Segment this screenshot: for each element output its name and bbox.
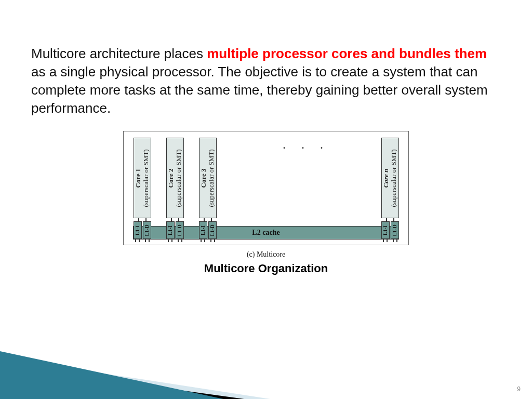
core-group-1: Core 1(superscalar or SMT) L1-I L1-D xyxy=(133,138,151,242)
core-name: Core 3 xyxy=(200,149,208,207)
core-type: (superscalar or SMT) xyxy=(175,149,183,207)
l1d-cache: L1-D xyxy=(208,221,217,239)
core-group-3: Core 3(superscalar or SMT) L1-I L1-D xyxy=(198,138,217,242)
slide-corner-decoration xyxy=(0,326,270,399)
l1i-cache: L1-I xyxy=(166,221,175,239)
para-segment-2: as a single physical processor. The obje… xyxy=(31,64,488,116)
core-box-n: Core n(superscalar or SMT) xyxy=(381,138,399,218)
l1i-cache: L1-I xyxy=(134,221,142,239)
core-box-3: Core 3(superscalar or SMT) xyxy=(199,138,217,218)
core-name: Core 1 xyxy=(135,149,142,207)
core-type: (superscalar or SMT) xyxy=(142,149,150,207)
core-group-n: Core n(superscalar or SMT) L1-I L1-D xyxy=(381,138,399,242)
core-type: (superscalar or SMT) xyxy=(208,149,216,207)
core-box-1: Core 1(superscalar or SMT) xyxy=(134,138,151,218)
l1i-cache: L1-I xyxy=(199,221,207,239)
l1d-cache: L1-D xyxy=(391,221,399,239)
page-number: 9 xyxy=(517,385,521,393)
ellipsis: . . . xyxy=(231,138,381,152)
body-paragraph: Multicore architecture places multiple p… xyxy=(31,45,501,117)
l1d-cache: L1-D xyxy=(176,221,184,239)
figure-caption: Multicore Organization xyxy=(204,262,328,275)
core-name: Core n xyxy=(382,149,390,207)
l1d-cache: L1-D xyxy=(143,221,151,239)
multicore-diagram: Core 1(superscalar or SMT) L1-I L1-D Cor… xyxy=(123,131,409,245)
core-box-2: Core 2(superscalar or SMT) xyxy=(166,138,184,218)
svg-marker-2 xyxy=(0,351,223,399)
core-type: (superscalar or SMT) xyxy=(390,149,398,207)
para-segment-1: Multicore architecture places xyxy=(31,46,207,61)
para-highlight: multiple processor cores and bundles the… xyxy=(207,46,487,61)
figure-label: (c) Multicore xyxy=(247,250,285,259)
svg-marker-0 xyxy=(0,357,270,399)
core-group-2: Core 2(superscalar or SMT) L1-I L1-D xyxy=(166,138,184,242)
svg-marker-1 xyxy=(0,365,244,399)
core-name: Core 2 xyxy=(167,149,175,207)
l1i-cache: L1-I xyxy=(381,221,390,239)
